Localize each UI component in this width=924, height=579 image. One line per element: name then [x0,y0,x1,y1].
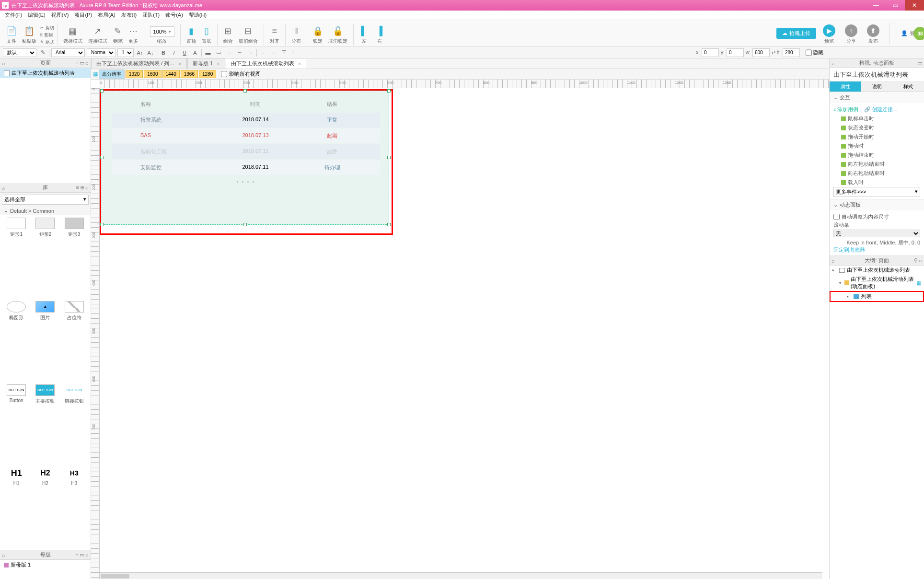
align-left-icon[interactable]: ≡ [259,48,267,57]
tab-2[interactable]: 由下至上依次机械滚动列表× [226,58,306,69]
event-item[interactable]: 拖动时 [833,141,920,151]
tool-select-mode[interactable]: ▦选择模式 [60,22,85,46]
y-input[interactable] [727,48,744,57]
menu-help[interactable]: 帮助(H) [186,12,209,19]
res-1280[interactable]: 1280 [199,70,216,78]
tool-pen[interactable]: ✎钢笔 [110,22,126,46]
menu-arrange[interactable]: 布局(A) [95,12,118,19]
event-item[interactable]: 鼠标单击时 [833,114,920,123]
align-middle-icon[interactable]: ⊢ [290,48,299,57]
library-item[interactable]: H1H1 [3,467,30,547]
canvas-area[interactable]: 0100200300400500600700800900100011001200… [91,80,829,579]
italic-icon[interactable]: I [170,48,178,57]
border-icon[interactable]: ▭ [214,48,223,57]
horizontal-scrollbar[interactable] [100,572,822,579]
upload-button[interactable]: ☁拾魂上传 [776,28,816,39]
tool-left[interactable]: ▌左 [357,22,372,46]
library-item[interactable]: H2H2 [32,467,58,547]
line-width-icon[interactable]: ≡ [225,48,233,57]
weight-select[interactable]: Normal [87,48,116,57]
font-color-icon[interactable]: A [191,48,199,57]
tool-front[interactable]: ▮置顶 [184,22,199,46]
master-item[interactable]: 新母版 1 [0,560,91,570]
tool-connect-mode[interactable]: ↗连接模式 [85,22,110,46]
tab-0[interactable]: 由下至上依次机械滚动列表 / 列表 (由下至上依次机械...)× [91,58,187,69]
x-input[interactable] [702,48,719,57]
scrollbar-select[interactable]: 无 [833,230,920,237]
master-add-icon[interactable]: + [76,552,79,558]
library-category[interactable]: ⌄Default > Common [0,207,91,215]
tool-unlock[interactable]: 🔓取消锁定 [325,22,350,46]
master-search-icon[interactable]: ⌕ [85,552,89,558]
outline-item[interactable]: ▸列表 [830,291,924,302]
close-icon[interactable]: × [179,61,182,67]
align-top-icon[interactable]: ⊤ [280,48,289,57]
event-item[interactable]: 拖动开始时 [833,132,920,141]
tool-align[interactable]: ≡对齐 [267,22,282,46]
preview-button[interactable]: ▶预览 [820,22,838,46]
publish-button[interactable]: ⬆发布 [864,22,882,46]
page-tree-item[interactable]: 由下至上依次机械滚动列表 [0,68,91,78]
adaptive-icon[interactable]: ▦ [93,71,98,77]
font-decrease-icon[interactable]: A↓ [146,48,155,57]
tab-properties[interactable]: 属性 [830,81,861,92]
line-style-icon[interactable]: ┅ [235,48,244,57]
tool-ungroup[interactable]: ⊟取消组合 [236,22,261,46]
menu-account[interactable]: 账号(A) [162,12,186,19]
library-item[interactable]: 占位符 [61,301,88,382]
library-item[interactable]: BUTTON主要按钮 [32,384,58,466]
res-1920[interactable]: 1920 [126,70,143,78]
outline-item[interactable]: ▸由下至上依次机械滚动列表 [830,266,924,275]
master-folder-icon[interactable]: ▭ [80,552,84,558]
close-icon[interactable]: × [217,61,219,67]
event-item[interactable]: 向左拖动结束时 [833,160,920,169]
create-link[interactable]: 🔗创建连接... [864,106,897,113]
library-item[interactable]: 椭圆形 [3,301,30,382]
font-select[interactable]: Arial [51,48,85,57]
tool-lock[interactable]: 🔒锁定 [310,22,325,46]
tab-1[interactable]: 新母版 1× [187,58,225,69]
format-painter-icon[interactable]: ✎ [38,48,47,57]
menu-edit[interactable]: 编辑(E) [25,12,48,19]
w-input[interactable] [752,48,770,57]
h-input[interactable] [783,48,800,57]
library-item[interactable]: 矩形1 [3,218,30,299]
library-item[interactable]: 矩形3 [61,218,88,299]
outline-filter-icon[interactable]: ⚲ [914,257,918,264]
fill-color-icon[interactable]: ▬ [204,48,212,57]
library-item[interactable]: 矩形2 [32,218,58,299]
maximize-button[interactable]: ▭ [886,0,905,11]
event-item[interactable]: 向右拖动结束时 [833,169,920,178]
outline-search-icon[interactable]: ⌕ [919,257,922,264]
minimize-button[interactable]: — [866,0,886,11]
notification-badge[interactable]: 38 [913,27,924,40]
menu-project[interactable]: 项目(P) [71,12,95,19]
tool-file[interactable]: 📄文件 [4,22,19,46]
res-1366[interactable]: 1366 [181,70,198,78]
inspector-expand-icon[interactable]: ▭ [917,60,922,66]
tool-paste[interactable]: 📋粘贴版 [19,22,39,46]
tool-zoom[interactable]: 100%缩放 [147,22,177,46]
pin-to-browser-link[interactable]: 固定到浏览器 [833,247,865,253]
res-1600[interactable]: 1600 [144,70,161,78]
add-folder-icon[interactable]: ▭ [80,60,84,66]
res-active[interactable]: 高分辨率 [99,69,125,79]
section-dynamic-panel[interactable]: ⌄动态面板 [830,199,924,210]
lib-add-icon[interactable]: ⊕ [80,185,84,191]
hide-checkbox[interactable] [806,48,812,57]
share-button[interactable]: ↑分享 [842,22,860,46]
auto-fit-checkbox[interactable] [833,214,840,220]
tool-back[interactable]: ▯置底 [199,22,214,46]
tab-notes[interactable]: 说明 [861,81,893,92]
style-select[interactable]: 默认 [3,48,36,57]
tab-style[interactable]: 样式 [892,81,924,92]
library-select[interactable]: 选择全部▾ [2,195,89,205]
more-events-select[interactable]: 更多事件>>>▾ [833,187,920,197]
menu-team[interactable]: 团队(T) [139,12,162,19]
library-item[interactable]: ▲图片 [32,301,58,382]
font-increase-icon[interactable]: A↑ [136,48,144,57]
bold-icon[interactable]: B [159,48,168,57]
event-item[interactable]: 载入时 [833,178,920,187]
add-page-icon[interactable]: + [76,60,79,66]
affect-all-checkbox[interactable] [221,71,227,77]
